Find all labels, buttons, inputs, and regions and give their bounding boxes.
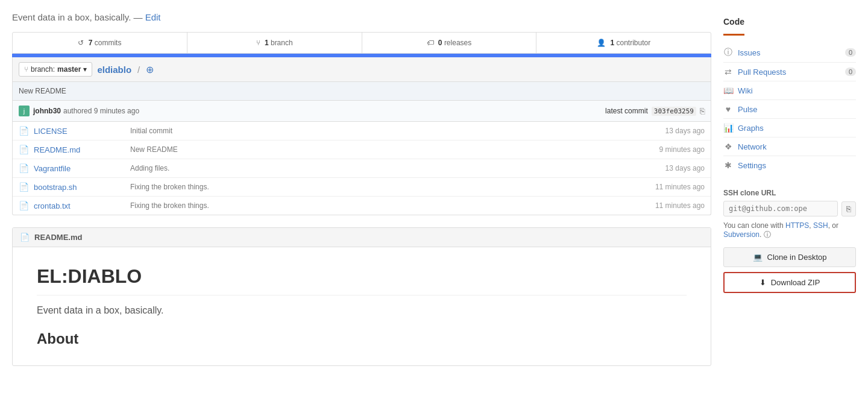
clone-ssh-link[interactable]: SSH <box>813 221 828 230</box>
network-icon: ❖ <box>723 142 733 151</box>
readme-header: 📄 README.md <box>13 228 711 247</box>
sidebar-item-graphs[interactable]: 📊 Graphs <box>723 118 856 137</box>
sidebar-item-label: Wiki <box>738 86 856 95</box>
commit-hash[interactable]: 303fe03259 <box>652 107 696 116</box>
file-table-header: New README <box>13 82 711 101</box>
file-age: 11 minutes ago <box>655 201 705 210</box>
sidebar: Code ⓘ Issues 0 ⇄ Pull Requests 0 📖 Wiki… <box>723 12 856 366</box>
sidebar-item-label: Issues <box>738 48 840 57</box>
sidebar-item-pulse[interactable]: ♥ Pulse <box>723 99 856 118</box>
avatar: j <box>19 106 30 116</box>
file-icon: 📄 <box>19 163 29 173</box>
readme-body: EL:DIABLO Event data in a box, basically… <box>13 247 711 365</box>
clone-label: SSH clone URL <box>723 189 856 197</box>
copy-url-button[interactable]: ⎘ <box>841 201 856 216</box>
file-name-link[interactable]: Vagrantfile <box>34 164 130 173</box>
contributors-stat[interactable]: 👤 1 contributor <box>536 33 711 53</box>
sidebar-code-section: Code <box>723 12 744 36</box>
file-name-link[interactable]: LICENSE <box>34 127 130 136</box>
owner-link[interactable]: eldiablo <box>97 65 131 75</box>
pulse-icon: ♥ <box>723 104 733 114</box>
add-file-icon[interactable]: ⊕ <box>146 64 154 75</box>
table-row: 📄 bootstrap.sh Fixing the broken things.… <box>13 178 711 197</box>
sidebar-item-count: 0 <box>845 68 856 76</box>
table-row: 📄 crontab.txt Fixing the broken things. … <box>13 197 711 215</box>
clone-note: You can clone with HTTPS, SSH, or Subver… <box>723 221 856 240</box>
pull-requests-icon: ⇄ <box>723 67 733 77</box>
releases-stat[interactable]: 🏷 0 releases <box>362 33 537 53</box>
commit-meta: latest commit 303fe03259 ⎘ <box>605 106 705 116</box>
sidebar-items: ⓘ Issues 0 ⇄ Pull Requests 0 📖 Wiki ♥ Pu… <box>723 43 856 174</box>
readme-section: 📄 README.md EL:DIABLO Event data in a bo… <box>12 227 711 366</box>
file-name-link[interactable]: bootstrap.sh <box>34 183 130 192</box>
table-row: 📄 Vagrantfile Adding files. 13 days ago <box>13 159 711 178</box>
branch-bar: ⑂ branch: master ▾ eldiablo / ⊕ <box>12 57 711 82</box>
readme-title: EL:DIABLO <box>37 265 687 295</box>
sidebar-item-label: Pull Requests <box>738 68 840 77</box>
commit-row: j johnb30 authored 9 minutes ago latest … <box>13 101 711 122</box>
branch-icon: ⑂ <box>24 65 28 74</box>
download-zip-icon: ⬇ <box>760 278 766 287</box>
file-icon: 📄 <box>19 145 29 154</box>
stats-bar: ↺ 7 commits ⑂ 1 branch 🏷 0 releases 👤 1 … <box>12 32 711 54</box>
commit-message: authored 9 minutes ago <box>63 107 139 115</box>
edit-description-link[interactable]: Edit <box>145 12 161 22</box>
file-age: 9 minutes ago <box>659 145 705 154</box>
graphs-icon: 📊 <box>723 123 733 133</box>
file-icon: 📄 <box>19 201 29 210</box>
readme-icon: 📄 <box>20 233 30 242</box>
branch-selector[interactable]: ⑂ branch: master ▾ <box>19 62 92 77</box>
sidebar-item-label: Settings <box>738 161 856 170</box>
commit-author[interactable]: johnb30 <box>33 107 61 115</box>
file-commit-message: Initial commit <box>130 127 665 135</box>
file-commit-message: Fixing the broken things. <box>130 201 655 210</box>
contributors-icon: 👤 <box>597 39 606 47</box>
branches-stat[interactable]: ⑂ 1 branch <box>187 33 362 53</box>
releases-icon: 🏷 <box>427 39 434 47</box>
download-zip-button[interactable]: ⬇ Download ZIP <box>723 272 856 293</box>
clone-desktop-icon: 💻 <box>753 253 763 262</box>
sidebar-item-network[interactable]: ❖ Network <box>723 137 856 156</box>
file-commit-message: New README <box>130 145 659 154</box>
wiki-icon: 📖 <box>723 86 733 95</box>
sidebar-item-label: Network <box>738 142 856 151</box>
file-age: 13 days ago <box>665 127 705 135</box>
sidebar-item-label: Graphs <box>738 124 856 133</box>
sidebar-item-pull-requests[interactable]: ⇄ Pull Requests 0 <box>723 62 856 81</box>
table-row: 📄 README.md New README 9 minutes ago <box>13 140 711 159</box>
file-age: 13 days ago <box>665 164 705 172</box>
copy-hash-icon[interactable]: ⎘ <box>700 106 705 116</box>
table-row: 📄 LICENSE Initial commit 13 days ago <box>13 122 711 140</box>
file-rows: 📄 LICENSE Initial commit 13 days ago 📄 R… <box>13 122 711 215</box>
clone-desktop-button[interactable]: 💻 Clone in Desktop <box>723 247 856 267</box>
clone-info-icon: ⓘ <box>764 230 771 239</box>
clone-url-input[interactable] <box>723 201 838 216</box>
red-arrow-annotation <box>862 266 868 302</box>
clone-subversion-link[interactable]: Subversion <box>723 230 760 239</box>
readme-about-heading: About <box>37 330 687 347</box>
file-name-link[interactable]: crontab.txt <box>34 201 130 210</box>
file-commit-message: Adding files. <box>130 164 665 172</box>
clone-section: SSH clone URL ⎘ You can clone with HTTPS… <box>723 189 856 293</box>
svg-text:j: j <box>23 107 25 115</box>
arrow-container: ⬇ Download ZIP <box>723 272 856 293</box>
clone-https-link[interactable]: HTTPS <box>785 221 809 230</box>
file-age: 11 minutes ago <box>655 183 705 191</box>
branches-icon: ⑂ <box>256 39 260 47</box>
sidebar-item-wiki[interactable]: 📖 Wiki <box>723 81 856 99</box>
readme-header-label: README.md <box>34 233 82 242</box>
file-table: New README j johnb30 authored 9 minutes … <box>12 82 711 215</box>
sidebar-item-label: Pulse <box>738 105 856 114</box>
repo-description: Event data in a box, basically. — Edit <box>12 12 711 22</box>
sidebar-item-settings[interactable]: ✱ Settings <box>723 156 856 174</box>
sidebar-item-count: 0 <box>845 48 856 57</box>
readme-subtitle: Event data in a box, basically. <box>37 305 687 316</box>
file-icon: 📄 <box>19 126 29 136</box>
issues-icon: ⓘ <box>723 47 733 58</box>
commits-icon: ↺ <box>78 39 84 47</box>
clone-url-row: ⎘ <box>723 201 856 216</box>
file-name-link[interactable]: README.md <box>34 145 130 154</box>
settings-icon: ✱ <box>723 160 733 170</box>
sidebar-item-issues[interactable]: ⓘ Issues 0 <box>723 43 856 62</box>
commits-stat[interactable]: ↺ 7 commits <box>13 33 187 53</box>
